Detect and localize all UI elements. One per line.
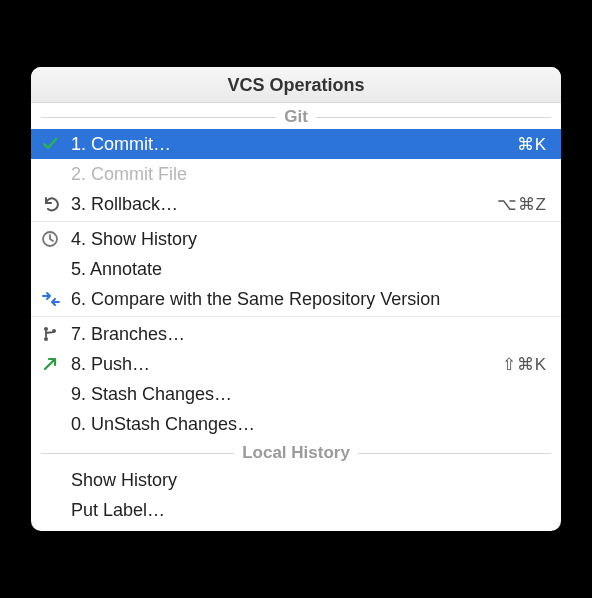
- svg-point-2: [44, 337, 48, 341]
- menu-item-shortcut: ⌥⌘Z: [497, 194, 547, 215]
- menu-item-label: Show History: [71, 470, 547, 491]
- separator: [31, 221, 561, 222]
- menu-item-compare[interactable]: 6. Compare with the Same Repository Vers…: [31, 284, 561, 314]
- divider: [358, 453, 551, 454]
- menu-item-label: 2. Commit File: [71, 164, 547, 185]
- menu-item-annotate[interactable]: 5. Annotate: [31, 254, 561, 284]
- section-header-local-history: Local History: [31, 439, 561, 465]
- menu-item-show-history[interactable]: 4. Show History: [31, 224, 561, 254]
- popup-title: VCS Operations: [31, 67, 561, 103]
- section-label-text: Git: [284, 107, 308, 127]
- push-icon: [41, 355, 71, 373]
- menu-item-label: 9. Stash Changes…: [71, 384, 547, 405]
- menu-item-label: 3. Rollback…: [71, 194, 497, 215]
- divider: [41, 117, 276, 118]
- menu-item-branches[interactable]: 7. Branches…: [31, 319, 561, 349]
- menu-item-label: 0. UnStash Changes…: [71, 414, 547, 435]
- svg-point-1: [44, 327, 48, 331]
- menu-item-shortcut: ⌘K: [517, 134, 547, 155]
- padding: [31, 525, 561, 531]
- compare-icon: [41, 290, 71, 308]
- menu-item-rollback[interactable]: 3. Rollback… ⌥⌘Z: [31, 189, 561, 219]
- menu-item-push[interactable]: 8. Push… ⇧⌘K: [31, 349, 561, 379]
- menu-item-commit-file[interactable]: 2. Commit File: [31, 159, 561, 189]
- branch-icon: [41, 325, 71, 343]
- section-header-git: Git: [31, 103, 561, 129]
- clock-icon: [41, 230, 71, 248]
- menu-item-label: 4. Show History: [71, 229, 547, 250]
- menu-item-lh-show-history[interactable]: Show History: [31, 465, 561, 495]
- menu-item-label: 6. Compare with the Same Repository Vers…: [71, 289, 547, 310]
- menu-item-label: 5. Annotate: [71, 259, 547, 280]
- check-icon: [41, 135, 71, 153]
- menu-item-label: Put Label…: [71, 500, 547, 521]
- divider: [316, 117, 551, 118]
- menu-item-unstash[interactable]: 0. UnStash Changes…: [31, 409, 561, 439]
- section-label-text: Local History: [242, 443, 350, 463]
- menu-item-label: 7. Branches…: [71, 324, 547, 345]
- menu-item-label: 1. Commit…: [71, 134, 517, 155]
- menu-item-shortcut: ⇧⌘K: [502, 354, 547, 375]
- undo-icon: [41, 195, 71, 213]
- menu-item-commit[interactable]: 1. Commit… ⌘K: [31, 129, 561, 159]
- menu-item-label: 8. Push…: [71, 354, 502, 375]
- divider: [41, 453, 234, 454]
- menu-item-lh-put-label[interactable]: Put Label…: [31, 495, 561, 525]
- separator: [31, 316, 561, 317]
- vcs-operations-popup: VCS Operations Git 1. Commit… ⌘K 2. Comm…: [31, 67, 561, 531]
- menu-item-stash[interactable]: 9. Stash Changes…: [31, 379, 561, 409]
